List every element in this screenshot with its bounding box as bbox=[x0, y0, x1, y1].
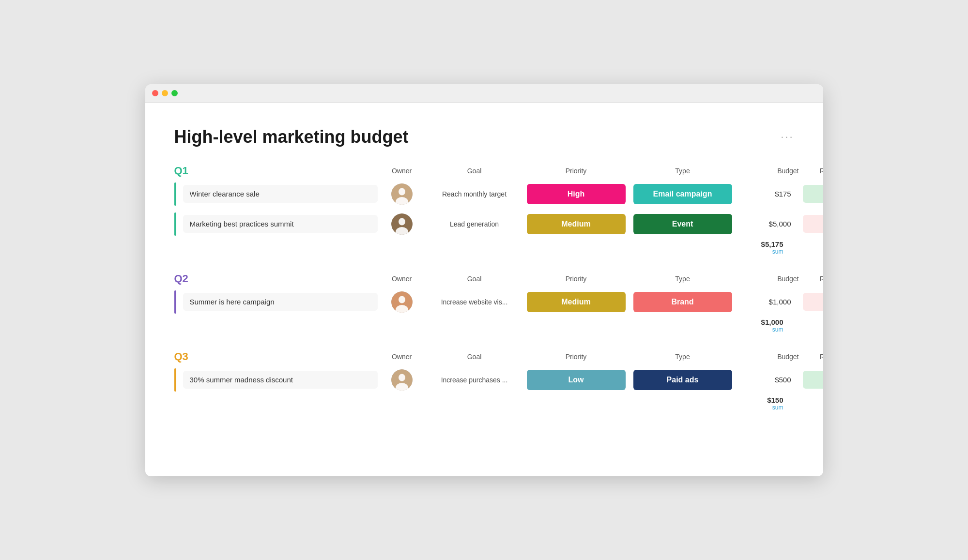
more-options-button[interactable]: ··· bbox=[781, 131, 794, 143]
svg-point-7 bbox=[399, 296, 405, 303]
table-row: Summer is here campaign Increase website… bbox=[174, 288, 794, 316]
q2-col-goal: Goal bbox=[426, 275, 523, 283]
q2-col-type: Type bbox=[630, 275, 736, 283]
type-badge[interactable]: Paid ads bbox=[633, 370, 732, 390]
campaign-cell: Marketing best practices summit bbox=[174, 212, 378, 236]
priority-badge[interactable]: Medium bbox=[527, 292, 626, 312]
row-border-indicator bbox=[174, 212, 176, 236]
goal-cell: Increase purchases ... bbox=[426, 376, 523, 384]
q2-sum-row: $1,000sum-$550sum bbox=[174, 318, 794, 333]
main-content: High-level marketing budget ··· Q1OwnerG… bbox=[145, 103, 823, 476]
q1-col-type: Type bbox=[630, 167, 736, 175]
row-border-indicator bbox=[174, 182, 176, 206]
avatar bbox=[391, 291, 413, 313]
sum-remaining-col: -$550sum bbox=[799, 318, 823, 333]
close-button[interactable] bbox=[152, 90, 158, 96]
titlebar bbox=[145, 84, 823, 103]
sum-budget-label: sum bbox=[772, 326, 791, 333]
remaining-budget-cell: -$200 bbox=[803, 215, 823, 233]
q1-col-remaining: Remaining budget bbox=[799, 167, 823, 175]
budget-cell: $1,000 bbox=[736, 298, 799, 306]
q1-sum-row: $5,175sum-$79sum bbox=[174, 240, 794, 255]
remaining-budget-cell: $150 bbox=[803, 371, 823, 389]
q1-col-budget: Budget bbox=[736, 167, 799, 175]
q1-col-goal: Goal bbox=[426, 167, 523, 175]
avatar bbox=[391, 183, 413, 205]
budget-cell: $175 bbox=[736, 190, 799, 198]
priority-badge[interactable]: High bbox=[527, 184, 626, 204]
type-badge[interactable]: Email campaign bbox=[633, 184, 732, 204]
sections-container: Q1OwnerGoalPriorityTypeBudgetRemaining b… bbox=[174, 165, 794, 411]
q1-col-owner: Owner bbox=[378, 167, 426, 175]
sum-budget-col: $1,000sum bbox=[736, 318, 799, 333]
table-row: 30% summer madness discount Increase pur… bbox=[174, 366, 794, 394]
campaign-cell: Summer is here campaign bbox=[174, 290, 378, 314]
section-q3: Q3OwnerGoalPriorityTypeBudgetRemaining b… bbox=[174, 350, 794, 411]
section-q1: Q1OwnerGoalPriorityTypeBudgetRemaining b… bbox=[174, 165, 794, 255]
avatar bbox=[391, 213, 413, 235]
q2-label: Q2 bbox=[174, 272, 378, 285]
table-row: Winter clearance sale Reach monthly targ… bbox=[174, 180, 794, 208]
campaign-cell: Winter clearance sale bbox=[174, 182, 378, 206]
q1-header-row: Q1OwnerGoalPriorityTypeBudgetRemaining b… bbox=[174, 165, 794, 177]
avatar bbox=[391, 369, 413, 391]
svg-point-4 bbox=[399, 218, 405, 225]
page-header: High-level marketing budget ··· bbox=[174, 127, 794, 147]
q3-header-row: Q3OwnerGoalPriorityTypeBudgetRemaining b… bbox=[174, 350, 794, 363]
sum-budget-col: $150sum bbox=[736, 396, 799, 411]
q3-col-budget: Budget bbox=[736, 353, 799, 361]
sum-remaining-col: $150sum bbox=[799, 396, 823, 411]
row-border-indicator bbox=[174, 290, 176, 314]
svg-point-1 bbox=[399, 188, 405, 195]
priority-badge[interactable]: Low bbox=[527, 370, 626, 390]
q1-label: Q1 bbox=[174, 165, 378, 177]
type-badge[interactable]: Event bbox=[633, 214, 732, 234]
q2-col-budget: Budget bbox=[736, 275, 799, 283]
priority-badge[interactable]: Medium bbox=[527, 214, 626, 234]
campaign-name[interactable]: Summer is here campaign bbox=[183, 293, 378, 311]
sum-remaining-col: -$79sum bbox=[799, 240, 823, 255]
sum-budget-label: sum bbox=[772, 404, 791, 411]
svg-point-10 bbox=[399, 374, 405, 381]
campaign-name[interactable]: 30% summer madness discount bbox=[183, 371, 378, 389]
page-title: High-level marketing budget bbox=[174, 127, 409, 147]
sum-budget-label: sum bbox=[772, 248, 791, 255]
q2-col-priority: Priority bbox=[523, 275, 630, 283]
type-badge[interactable]: Brand bbox=[633, 292, 732, 312]
q3-col-owner: Owner bbox=[378, 353, 426, 361]
table-row: Marketing best practices summit Lead gen… bbox=[174, 210, 794, 238]
q2-col-remaining: Remaining budget bbox=[799, 275, 823, 283]
campaign-name[interactable]: Winter clearance sale bbox=[183, 185, 378, 203]
budget-cell: $500 bbox=[736, 376, 799, 384]
app-window: High-level marketing budget ··· Q1OwnerG… bbox=[145, 84, 823, 476]
q3-col-remaining: Remaining budget bbox=[799, 353, 823, 361]
goal-cell: Reach monthly target bbox=[426, 190, 523, 198]
traffic-lights bbox=[152, 90, 178, 96]
q2-col-owner: Owner bbox=[378, 275, 426, 283]
q3-col-priority: Priority bbox=[523, 353, 630, 361]
campaign-name[interactable]: Marketing best practices summit bbox=[183, 215, 378, 233]
campaign-cell: 30% summer madness discount bbox=[174, 368, 378, 392]
maximize-button[interactable] bbox=[171, 90, 178, 96]
q3-sum-row: $150sum$150sum bbox=[174, 396, 794, 411]
row-border-indicator bbox=[174, 368, 176, 392]
sum-budget-value: $1,000 bbox=[761, 318, 791, 326]
sum-budget-col: $5,175sum bbox=[736, 240, 799, 255]
sum-budget-value: $5,175 bbox=[761, 240, 791, 248]
q3-label: Q3 bbox=[174, 350, 378, 363]
q2-header-row: Q2OwnerGoalPriorityTypeBudgetRemaining b… bbox=[174, 272, 794, 285]
minimize-button[interactable] bbox=[162, 90, 168, 96]
q3-col-goal: Goal bbox=[426, 353, 523, 361]
section-q2: Q2OwnerGoalPriorityTypeBudgetRemaining b… bbox=[174, 272, 794, 333]
q1-col-priority: Priority bbox=[523, 167, 630, 175]
sum-budget-value: $150 bbox=[767, 396, 791, 404]
q3-col-type: Type bbox=[630, 353, 736, 361]
goal-cell: Increase website vis... bbox=[426, 298, 523, 306]
remaining-budget-cell: -$550 bbox=[803, 293, 823, 311]
goal-cell: Lead generation bbox=[426, 220, 523, 228]
remaining-budget-cell: $121 bbox=[803, 185, 823, 203]
budget-cell: $5,000 bbox=[736, 220, 799, 228]
